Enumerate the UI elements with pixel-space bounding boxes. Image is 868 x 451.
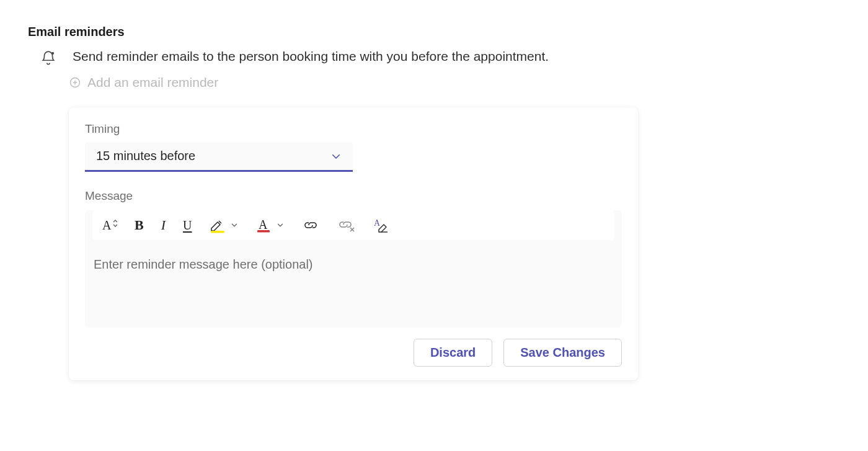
editor-toolbar: A B I U [92,210,614,240]
timing-label: Timing [85,122,622,136]
message-label: Message [85,189,622,203]
svg-rect-5 [211,231,224,233]
highlight-button[interactable] [209,217,225,234]
add-icon [69,76,81,89]
chevron-down-icon [330,151,342,162]
card-footer: Discard Save Changes [85,339,622,367]
section-title: Email reminders [28,25,840,39]
section-description: Send reminder emails to the person booki… [73,48,549,65]
svg-text:A: A [259,218,268,231]
svg-text:A: A [374,218,381,228]
remove-link-button[interactable] [337,217,355,234]
font-color-button[interactable]: A [256,217,271,234]
editor-area: A B I U [85,210,622,328]
underline-button[interactable]: U [183,217,192,234]
bell-icon [40,50,56,66]
svg-point-0 [51,52,54,55]
chevron-down-icon[interactable] [276,221,285,230]
message-placeholder-text: Enter reminder message here (optional) [94,257,313,271]
svg-text:A: A [102,218,112,232]
discard-button[interactable]: Discard [414,339,492,367]
italic-button[interactable]: I [161,217,166,234]
message-input[interactable]: Enter reminder message here (optional) [85,240,622,309]
page-container: Email reminders Send reminder emails to … [0,0,868,393]
timing-value: 15 minutes before [96,149,195,163]
bold-button[interactable]: B [135,217,144,234]
clear-formatting-button[interactable]: A [373,217,389,234]
insert-link-button[interactable] [302,217,319,234]
timing-select[interactable]: 15 minutes before [85,142,353,172]
save-button[interactable]: Save Changes [503,339,622,367]
font-color-group: A [256,217,285,234]
svg-rect-7 [257,230,270,233]
font-size-button[interactable]: A [101,217,117,234]
add-reminder-button[interactable]: Add an email reminder [28,75,840,90]
section-header-row: Send reminder emails to the person booki… [28,48,840,66]
highlight-group [209,217,239,234]
reminder-card: Timing 15 minutes before Message A [69,107,638,380]
chevron-down-icon[interactable] [230,221,239,230]
add-reminder-label: Add an email reminder [87,75,218,90]
